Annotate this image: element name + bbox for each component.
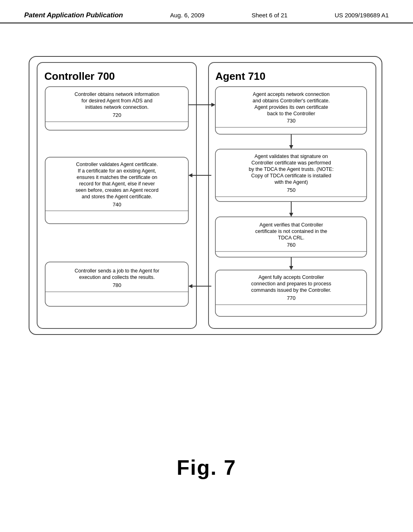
svg-text:by the TDCA the Agent trusts. : by the TDCA the Agent trusts. (NOTE: [249, 166, 334, 172]
svg-text:740: 740 [113, 202, 121, 208]
svg-marker-40 [289, 213, 293, 217]
date-label: Aug. 6, 2009 [170, 12, 204, 19]
svg-text:Controller obtains network inf: Controller obtains network information [75, 91, 160, 97]
svg-marker-48 [289, 266, 293, 270]
page-header: Patent Application Publication Aug. 6, 2… [0, 0, 413, 23]
svg-text:ensures it matches the certifi: ensures it matches the certificate on [77, 175, 157, 180]
sheet-label: Sheet 6 of 21 [252, 12, 288, 19]
svg-text:connection and prepares to pro: connection and prepares to process [251, 281, 332, 287]
figure-label: Fig. 7 [0, 455, 413, 480]
svg-text:720: 720 [113, 112, 121, 118]
controller-title: Controller 700 [44, 70, 115, 82]
svg-text:Agent accepts network connecti: Agent accepts network connection [253, 91, 330, 97]
svg-text:record for that Agent, else if: record for that Agent, else if never [79, 181, 155, 187]
svg-text:Controller validates Agent cer: Controller validates Agent certificate. [76, 162, 158, 167]
svg-marker-17 [211, 103, 215, 107]
svg-text:Agent provides its own certifi: Agent provides its own certificate [254, 104, 328, 110]
svg-text:Agent verifies that Controller: Agent verifies that Controller [259, 222, 323, 228]
svg-text:with the Agent): with the Agent) [274, 179, 308, 185]
svg-text:TDCA CRL.: TDCA CRL. [278, 235, 304, 241]
main-diagram: Controller 700 Agent 710 Controller obta… [25, 52, 388, 343]
svg-text:Controller sends a job to the : Controller sends a job to the Agent for [75, 268, 159, 274]
svg-marker-38 [188, 173, 192, 177]
svg-text:730: 730 [287, 118, 296, 124]
svg-text:and stores the Agent certifica: and stores the Agent certificate. [81, 194, 152, 200]
svg-text:770: 770 [287, 295, 296, 301]
svg-text:back to the Controller: back to the Controller [267, 111, 315, 116]
svg-marker-19 [289, 145, 293, 149]
svg-marker-61 [188, 284, 192, 288]
svg-text:If a certificate for an existi: If a certificate for an existing Agent, [78, 168, 156, 174]
publication-label: Patent Application Publication [24, 11, 123, 19]
svg-text:and obtains Controller's certi: and obtains Controller's certificate. [252, 98, 330, 104]
svg-text:Copy of TDCA certificate is in: Copy of TDCA certificate is installed [251, 173, 332, 179]
svg-text:Agent fully accepts Controller: Agent fully accepts Controller [259, 274, 324, 280]
patent-number: US 2009/198689 A1 [335, 12, 389, 19]
svg-text:initiates network connection.: initiates network connection. [85, 104, 148, 110]
svg-text:750: 750 [287, 187, 296, 193]
svg-text:760: 760 [287, 242, 296, 248]
svg-text:Agent validates that signature: Agent validates that signature on [254, 154, 328, 159]
agent-title: Agent 710 [215, 70, 265, 82]
svg-text:for desired Agent from ADS and: for desired Agent from ADS and [81, 98, 152, 104]
svg-text:certificate is not contained i: certificate is not contained in the [255, 229, 327, 234]
svg-text:780: 780 [113, 282, 121, 288]
svg-text:seen before, creates an Agent : seen before, creates an Agent record [75, 187, 159, 193]
svg-text:execution and collects the res: execution and collects the results. [79, 274, 155, 280]
svg-text:commands issued by the Control: commands issued by the Controller. [251, 287, 332, 293]
svg-text:Controller certificate was per: Controller certificate was performed [251, 160, 331, 166]
